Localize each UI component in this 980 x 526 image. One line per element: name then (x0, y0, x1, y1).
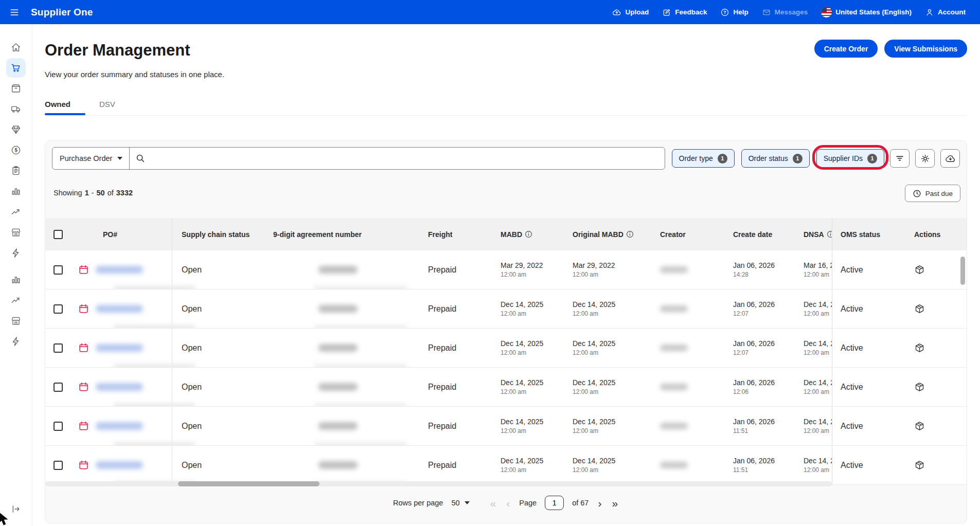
settings-button[interactable] (915, 149, 935, 168)
package-icon (914, 303, 925, 314)
nav-upload[interactable]: Upload (612, 8, 649, 17)
po-number-redacted[interactable] (96, 266, 143, 274)
row-checkbox[interactable] (54, 265, 63, 275)
table-row: Open Prepaid Dec 14, 202512:00 am Dec 14… (45, 446, 967, 485)
package-icon (914, 421, 925, 431)
brand-logo[interactable]: Supplier One (31, 7, 93, 18)
page-number-input[interactable] (545, 496, 564, 510)
sidebar-item-reports[interactable] (6, 161, 26, 180)
person-icon (925, 8, 934, 17)
download-button[interactable] (940, 149, 960, 168)
past-due-button[interactable]: Past due (905, 185, 960, 202)
nav-locale[interactable]: United States (English) (821, 7, 912, 17)
pagination: Rows per page 50 « ‹ Page of 67 › » (45, 493, 967, 513)
sidebar-item-automation[interactable] (6, 243, 26, 263)
package-action-button[interactable] (914, 460, 925, 470)
search-box (130, 148, 665, 169)
sidebar-item-insights[interactable] (6, 202, 26, 222)
row-checkbox[interactable] (54, 422, 63, 431)
creator-redacted (660, 462, 688, 468)
dnsa-cell: Mar 16, 2012:00 am (797, 250, 832, 289)
original-mabd-cell: Dec 14, 202512:00 am (566, 329, 654, 367)
last-page-button[interactable]: » (611, 498, 619, 509)
filter-list-button[interactable] (890, 149, 910, 168)
redacted-echo (114, 364, 195, 367)
redacted-echo (314, 325, 407, 328)
create-order-button[interactable]: Create Order (814, 40, 878, 58)
row-checkbox[interactable] (54, 383, 63, 392)
nav-feedback[interactable]: Feedback (662, 8, 707, 17)
sidebar-item-insights-2[interactable] (6, 291, 26, 310)
order-status-filter-chip[interactable]: Order status 1 (741, 149, 810, 168)
vertical-scrollbar[interactable] (960, 257, 965, 285)
sidebar-item-growth[interactable] (6, 120, 26, 139)
po-number-redacted[interactable] (96, 383, 143, 391)
supplier-ids-chip-wrap: Supplier IDs 1 (816, 147, 884, 168)
package-action-button[interactable] (914, 342, 925, 353)
package-action-button[interactable] (914, 303, 925, 314)
row-checkbox[interactable] (54, 461, 63, 470)
agreement-number-redacted (318, 383, 358, 391)
po-number-redacted[interactable] (96, 422, 143, 430)
sidebar-item-marketplace[interactable] (6, 223, 26, 242)
row-checkbox[interactable] (54, 304, 63, 314)
create-date-cell: Jan 06, 202612:06 (727, 368, 797, 406)
horizontal-scrollbar-track[interactable] (45, 481, 832, 486)
mabd-cell: Dec 14, 202512:00 am (494, 329, 566, 367)
supplier-ids-filter-chip[interactable]: Supplier IDs 1 (816, 149, 884, 168)
sidebar-item-orders[interactable] (6, 58, 26, 78)
order-status-chip-wrap: Order status 1 (741, 147, 810, 168)
agreement-number-redacted (318, 266, 358, 274)
first-page-button[interactable]: « (489, 498, 497, 509)
feedback-icon (662, 8, 671, 17)
nav-account[interactable]: Account (925, 8, 966, 17)
tab-dsv[interactable]: DSV (99, 100, 115, 115)
sidebar-item-payments[interactable]: $ (6, 140, 26, 160)
info-icon (626, 230, 634, 238)
sidebar-item-home[interactable] (6, 38, 26, 57)
search-input[interactable] (146, 154, 665, 162)
creator-cell (654, 289, 727, 328)
sidebar-item-analytics[interactable] (6, 182, 26, 201)
oms-status-cell: Active (832, 343, 904, 353)
po-number-redacted[interactable] (96, 461, 143, 469)
po-number-redacted[interactable] (96, 305, 143, 313)
sidebar-item-automation-2[interactable] (6, 332, 26, 351)
nav-feedback-label: Feedback (675, 8, 707, 16)
row-checkbox[interactable] (54, 343, 63, 353)
truck-icon (10, 103, 22, 115)
showing-label: Showing (54, 189, 82, 197)
view-submissions-button[interactable]: View Submissions (884, 40, 967, 58)
rows-per-page-select[interactable]: 50 (451, 499, 469, 507)
sidebar-item-shipping[interactable] (6, 99, 26, 119)
redacted-echo (314, 442, 407, 445)
po-number-redacted[interactable] (96, 344, 143, 352)
oms-status-cell: Active (832, 461, 904, 470)
order-type-filter-chip[interactable]: Order type 1 (672, 149, 735, 168)
previous-page-button[interactable]: ‹ (505, 498, 511, 509)
package-action-button[interactable] (914, 264, 925, 275)
nav-messages[interactable]: Messages (762, 8, 808, 17)
info-icon (525, 230, 532, 238)
total-count: 3332 (116, 189, 133, 197)
mabd-cell: Mar 29, 202212:00 am (494, 250, 566, 289)
select-all-checkbox[interactable] (54, 230, 63, 239)
next-page-button[interactable]: › (597, 498, 602, 509)
us-flag-icon (821, 7, 832, 17)
search-type-selector[interactable]: Purchase Order (52, 148, 130, 169)
package-action-button[interactable] (914, 421, 925, 431)
header-original-mabd: Original MABD (566, 218, 654, 250)
tab-owned[interactable]: Owned (45, 100, 85, 115)
menu-icon[interactable] (8, 6, 21, 19)
create-date-cell: Jan 06, 202611:51 (727, 446, 797, 484)
horizontal-scrollbar-thumb[interactable] (178, 481, 319, 486)
sidebar-item-marketplace-2[interactable] (6, 311, 26, 331)
sidebar-item-items[interactable] (6, 79, 26, 98)
creator-cell (654, 329, 727, 367)
range-end: 50 (97, 189, 105, 197)
nav-help[interactable]: ? Help (720, 8, 748, 17)
calendar-icon (78, 382, 89, 392)
package-action-button[interactable] (914, 382, 925, 392)
sidebar-item-analytics-2[interactable] (6, 270, 26, 289)
mouse-cursor (0, 511, 10, 526)
